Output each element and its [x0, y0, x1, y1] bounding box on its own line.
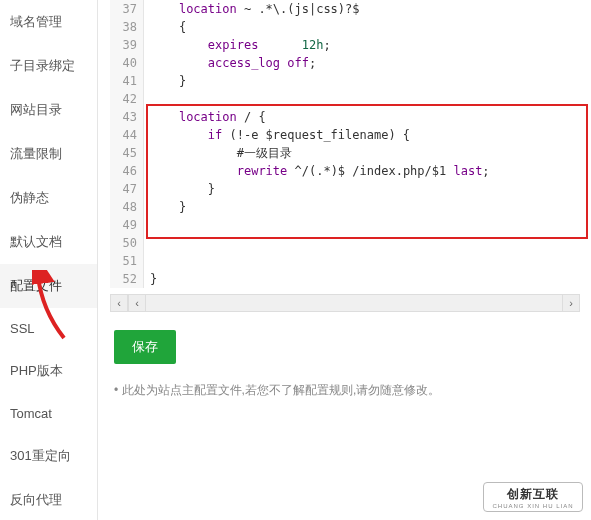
- save-button[interactable]: 保存: [114, 330, 176, 364]
- sidebar-item-proxy[interactable]: 反向代理: [0, 478, 97, 520]
- scroll-track[interactable]: [146, 294, 562, 312]
- sidebar-item-php[interactable]: PHP版本: [0, 349, 97, 393]
- config-hint-text: 此处为站点主配置文件,若您不了解配置规则,请勿随意修改。: [114, 382, 591, 399]
- sidebar-item-subdir[interactable]: 子目录绑定: [0, 44, 97, 88]
- sidebar-item-301[interactable]: 301重定向: [0, 434, 97, 478]
- code-editor-area: 37383940414243444546474849505152 locatio…: [110, 0, 580, 312]
- sidebar-item-sitedir[interactable]: 网站目录: [0, 88, 97, 132]
- brand-logo-text: 创新互联: [492, 486, 573, 503]
- scroll-right-icon[interactable]: ›: [562, 294, 580, 312]
- scroll-left-icon[interactable]: ‹: [110, 294, 128, 312]
- sidebar: 域名管理 子目录绑定 网站目录 流量限制 伪静态 默认文档 配置文件 SSL P…: [0, 0, 98, 520]
- sidebar-item-tomcat[interactable]: Tomcat: [0, 393, 97, 434]
- line-gutter: 37383940414243444546474849505152: [110, 0, 144, 288]
- code-content[interactable]: location ~ .*\.(js|css)?$ { expires 12h;…: [144, 0, 580, 288]
- main-panel: 37383940414243444546474849505152 locatio…: [98, 0, 591, 520]
- brand-logo: 创新互联 CHUANG XIN HU LIAN: [483, 482, 583, 512]
- sidebar-item-traffic[interactable]: 流量限制: [0, 132, 97, 176]
- sidebar-item-rewrite[interactable]: 伪静态: [0, 176, 97, 220]
- code-editor[interactable]: 37383940414243444546474849505152 locatio…: [110, 0, 580, 288]
- sidebar-item-ssl[interactable]: SSL: [0, 308, 97, 349]
- brand-logo-sub: CHUANG XIN HU LIAN: [492, 503, 573, 509]
- scroll-left2-icon[interactable]: ‹: [128, 294, 146, 312]
- horizontal-scrollbar[interactable]: ‹ ‹ ›: [110, 294, 580, 312]
- sidebar-item-config[interactable]: 配置文件: [0, 264, 97, 308]
- sidebar-item-defaultdoc[interactable]: 默认文档: [0, 220, 97, 264]
- sidebar-item-domain[interactable]: 域名管理: [0, 0, 97, 44]
